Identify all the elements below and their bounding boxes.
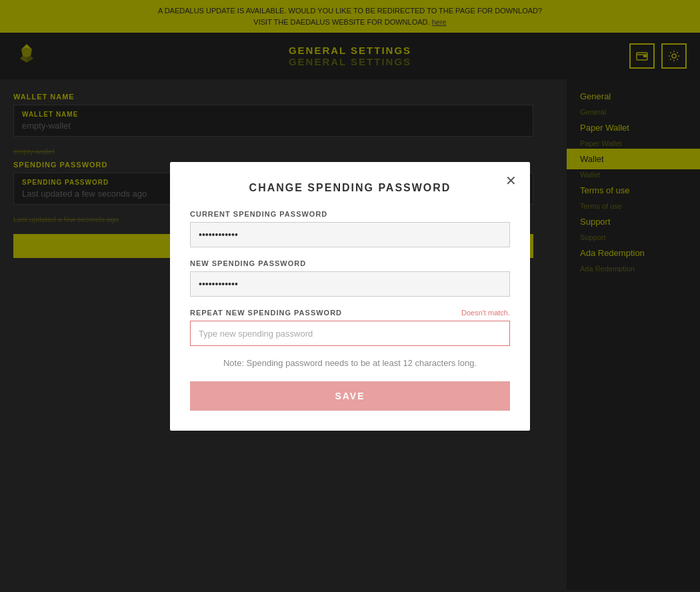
modal-overlay: ✕ CHANGE SPENDING PASSWORD CURRENT SPEND…	[0, 0, 700, 592]
modal-note: Note: Spending password needs to be at l…	[190, 358, 510, 368]
current-password-input[interactable]	[190, 222, 510, 247]
current-password-label: CURRENT SPENDING PASSWORD	[190, 210, 510, 218]
new-password-group: NEW SPENDING PASSWORD	[190, 259, 510, 297]
new-password-input[interactable]	[190, 271, 510, 297]
change-password-modal: ✕ CHANGE SPENDING PASSWORD CURRENT SPEND…	[170, 162, 530, 431]
modal-title: CHANGE SPENDING PASSWORD	[190, 182, 510, 194]
repeat-password-input[interactable]	[190, 321, 510, 346]
repeat-password-group: REPEAT NEW SPENDING PASSWORD Doesn't mat…	[190, 309, 510, 346]
repeat-password-error: Doesn't match.	[461, 309, 510, 317]
new-password-label: NEW SPENDING PASSWORD	[190, 259, 510, 267]
save-button[interactable]: Save	[190, 381, 510, 411]
modal-close-button[interactable]: ✕	[505, 173, 517, 189]
repeat-password-label: REPEAT NEW SPENDING PASSWORD Doesn't mat…	[190, 309, 510, 317]
current-password-group: CURRENT SPENDING PASSWORD	[190, 210, 510, 247]
